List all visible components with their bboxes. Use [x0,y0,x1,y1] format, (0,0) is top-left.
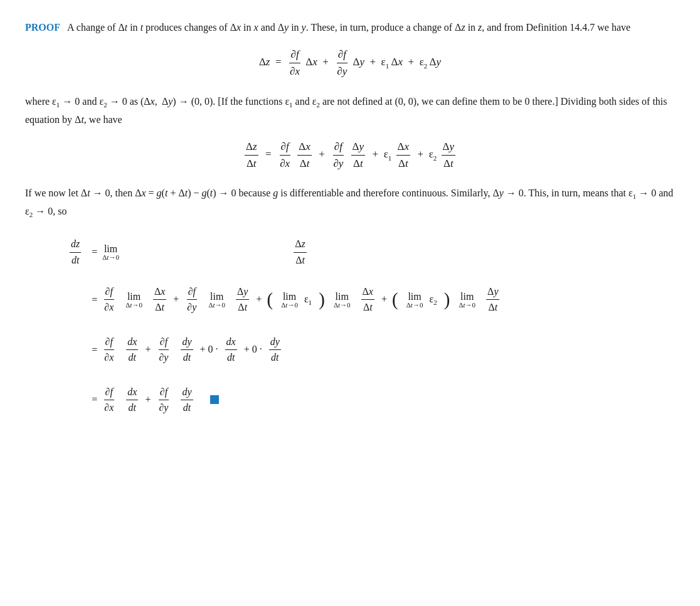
paragraph-1: PROOF A change of Δt in t produces chang… [25,19,675,36]
equation-2: Δz Δt = ∂f ∂x Δx Δt + ∂f ∂y Δy Δt + ε1 Δ… [25,139,675,171]
proof-label: PROOF [25,22,60,33]
multiline-equation: dz dt = lim Δt→0 Δz Δt = [63,230,675,425]
paragraph-2: where ε1 → 0 and ε2 → 0 as (Δx, Δy) → (0… [25,93,675,128]
qed-square [210,395,219,404]
paragraph-3: If we now let Δt → 0, then Δx = g(t + Δt… [25,184,675,221]
equation-1: Δz = ∂f ∂x Δx + ∂f ∂y Δy + ε1 Δx + ε2 Δy [25,47,675,79]
